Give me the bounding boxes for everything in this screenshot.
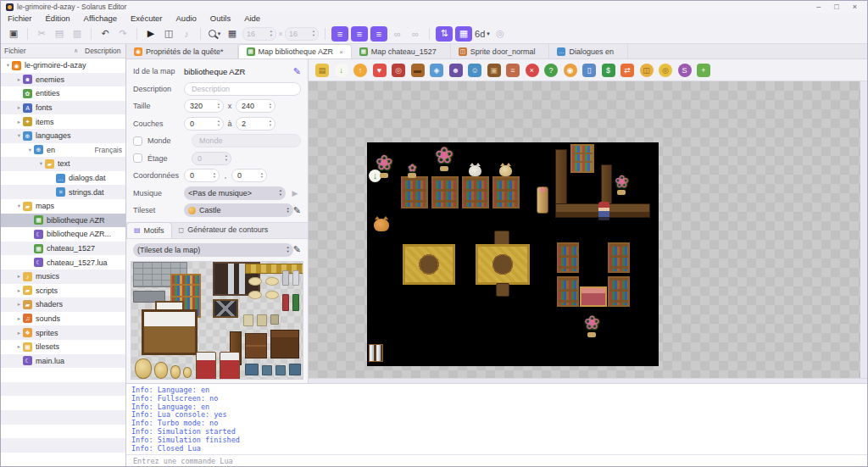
- entity-separator-icon[interactable]: ▯: [582, 64, 596, 77]
- menu-item[interactable]: Aide: [237, 14, 267, 23]
- tree-expander-icon[interactable]: ▸: [15, 119, 23, 125]
- layer-intermediate-toggle[interactable]: ≡: [351, 26, 368, 42]
- menu-item[interactable]: Affichage: [77, 14, 124, 23]
- link-button[interactable]: ∞: [390, 26, 405, 42]
- tileset-select[interactable]: Castle▴▾: [184, 203, 293, 217]
- tree-expander-icon[interactable]: ▾: [15, 132, 23, 139]
- tree-item[interactable]: ▸ ♪ musics: [1, 270, 125, 284]
- entity-wall-icon[interactable]: ×: [526, 64, 539, 77]
- description-input[interactable]: [190, 84, 295, 94]
- edit-tileset-icon[interactable]: ✎: [293, 205, 301, 216]
- layer-high-toggle[interactable]: ≡: [370, 26, 387, 42]
- tileset-of-map-select[interactable]: (Tileset de la map)▴▾: [133, 243, 293, 257]
- tab-quest-properties[interactable]: ◉ Propriétés de la quête*: [126, 44, 238, 58]
- tab-contour-generator[interactable]: ◻Générateur de contours: [172, 222, 275, 238]
- entity-visibility-button[interactable]: 6d▾: [475, 26, 490, 42]
- entity-tile-icon[interactable]: ▤: [315, 64, 329, 77]
- music-select[interactable]: <Pas de musique>▴▾: [184, 186, 286, 200]
- menu-item[interactable]: Audio: [170, 14, 203, 23]
- map-view[interactable]: ↓❀✿❀❀❀❀: [309, 81, 860, 378]
- max-layer-spinner[interactable]: 2▴▾: [236, 117, 275, 131]
- tree-expander-icon[interactable]: ▸: [15, 301, 23, 308]
- menu-item[interactable]: Exécuter: [124, 14, 170, 23]
- tree-item[interactable]: ▸ ▦ tilesets: [1, 340, 125, 354]
- x-coordinate-spinner[interactable]: 0▴▾: [184, 169, 220, 182]
- run-map-button[interactable]: ◫: [161, 26, 176, 42]
- world-checkbox[interactable]: [133, 136, 142, 146]
- tab-motifs[interactable]: ▤Motifs: [126, 222, 172, 238]
- world-input[interactable]: [198, 136, 295, 146]
- tab-dialogues-en[interactable]: … Dialogues en: [549, 44, 628, 58]
- tree-expander-icon[interactable]: ▾: [15, 203, 23, 209]
- grid-height-spinner[interactable]: 16▴▾: [285, 27, 319, 41]
- grid-toggle-button[interactable]: ▦: [225, 26, 240, 42]
- tree-expander-icon[interactable]: ▸: [15, 287, 23, 294]
- entity-destructible-icon[interactable]: ◎: [392, 64, 405, 77]
- vertical-scrollbar[interactable]: [860, 81, 867, 378]
- rename-map-icon[interactable]: ✎: [293, 66, 301, 77]
- entity-jumper-icon[interactable]: ◈: [430, 64, 443, 77]
- height-spinner[interactable]: 240▴▾: [236, 99, 275, 113]
- entity-switch-icon[interactable]: ◎: [659, 64, 672, 77]
- edit-tileset-icon[interactable]: ✎: [293, 244, 301, 255]
- tree-expander-icon[interactable]: ▸: [15, 330, 23, 336]
- tab-map-chateau-1527[interactable]: ▦ Map chateau_1527: [352, 44, 451, 58]
- entity-pickable-icon[interactable]: ♥: [373, 64, 387, 77]
- tree-item[interactable]: ▸ ☻ enemies: [1, 73, 125, 87]
- entity-crystal-icon[interactable]: ◉: [564, 64, 577, 77]
- tree-expander-icon[interactable]: ▾: [37, 160, 45, 167]
- entity-enemy-icon[interactable]: ☻: [449, 64, 463, 77]
- entity-stairs-icon[interactable]: ≡: [506, 64, 520, 77]
- tree-item[interactable]: ☾ chateau_1527.lua: [1, 255, 125, 270]
- tree-item[interactable]: ▾ ▰ text: [1, 157, 125, 171]
- minimize-button[interactable]: –: [816, 3, 821, 11]
- grid-width-spinner[interactable]: 16▴▾: [242, 27, 276, 41]
- layer-low-toggle[interactable]: ≡: [331, 26, 348, 42]
- entity-sensor2-icon[interactable]: S: [678, 64, 692, 77]
- music-button[interactable]: ♪: [179, 26, 194, 42]
- redo-button[interactable]: ↷: [115, 26, 131, 42]
- floor-checkbox[interactable]: [133, 153, 142, 163]
- link-button[interactable]: ∞: [408, 26, 423, 42]
- floor-spinner[interactable]: 0▴▾: [192, 152, 231, 165]
- entity-custom-icon[interactable]: +: [697, 64, 710, 77]
- undo-button[interactable]: ↶: [97, 26, 113, 42]
- tree-item[interactable]: ▸ ❖ sprites: [1, 325, 125, 340]
- menu-item[interactable]: Fichier: [1, 14, 39, 23]
- tree-item[interactable]: ▦ chateau_1527: [1, 242, 125, 256]
- tree-item[interactable]: ▾ ◉ le-grimoire-d-azay: [1, 58, 125, 73]
- file-tree-name-column[interactable]: Fichier: [4, 47, 26, 55]
- tree-expander-icon[interactable]: ▾: [4, 62, 12, 69]
- tileset-canvas[interactable]: [131, 261, 303, 380]
- tree-item[interactable]: ▸ A fonts: [1, 101, 125, 115]
- tree-expander-icon[interactable]: ▸: [15, 315, 23, 322]
- tree-expander-icon[interactable]: ▸: [15, 273, 23, 280]
- lua-command-input[interactable]: [131, 456, 862, 466]
- min-layer-spinner[interactable]: 0▴▾: [184, 117, 224, 131]
- tree-expander-icon[interactable]: ▸: [15, 343, 23, 350]
- save-button[interactable]: ▣: [6, 26, 21, 42]
- tree-item[interactable]: ▸ ✦ items: [1, 114, 125, 129]
- tree-item[interactable]: ▾ ⊕ languages: [1, 129, 125, 143]
- tree-item[interactable]: ✿ entities: [1, 86, 125, 101]
- tree-item[interactable]: ▾ ▰ maps: [1, 199, 125, 214]
- file-tree-description-column[interactable]: Description: [85, 47, 122, 55]
- tab-sprite-door-normal[interactable]: ◫ Sprite door_normal: [451, 44, 550, 58]
- tree-item[interactable]: ▸ ▰ shaders: [1, 297, 125, 312]
- tree-item[interactable]: ≡ strings.dat: [1, 185, 125, 199]
- tab-map-bibliotheque-azr[interactable]: ▦ Map bibliotheque AZR ×: [238, 44, 352, 58]
- entity-door-icon[interactable]: ◫: [640, 64, 654, 77]
- tree-item[interactable]: … dialogs.dat: [1, 171, 125, 186]
- tab-close-icon[interactable]: ×: [339, 48, 343, 56]
- tree-expander-icon[interactable]: ▸: [15, 76, 23, 83]
- show-entities-toggle[interactable]: ⇅: [436, 26, 453, 42]
- width-spinner[interactable]: 320▴▾: [184, 99, 224, 113]
- tree-item[interactable]: ▾ ⊕ en Français: [1, 143, 125, 158]
- entity-npc-icon[interactable]: ☺: [468, 64, 481, 77]
- cut-button[interactable]: ✂: [34, 26, 49, 42]
- zoom-button[interactable]: ▾: [207, 26, 222, 42]
- entity-sensor-icon[interactable]: ?: [544, 64, 558, 77]
- entity-chest-icon[interactable]: ▬: [411, 64, 425, 77]
- close-button[interactable]: ×: [853, 3, 857, 11]
- tree-expander-icon[interactable]: ▸: [15, 104, 23, 111]
